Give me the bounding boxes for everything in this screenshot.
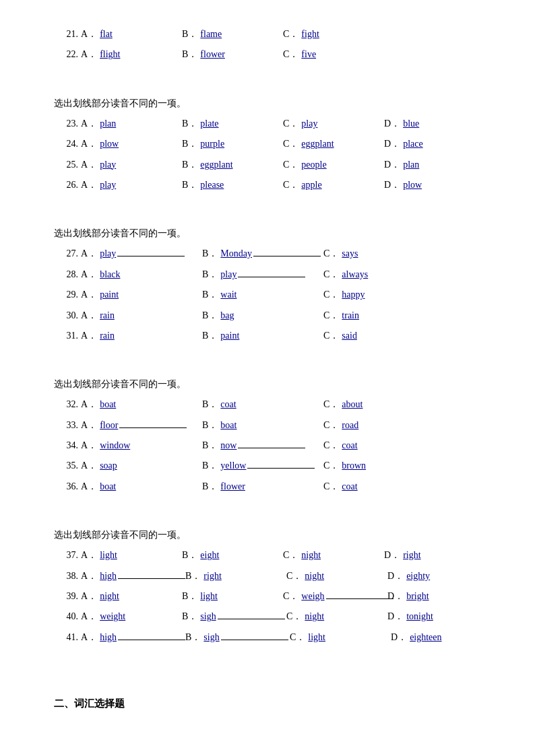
option-b: B．light <box>182 589 283 604</box>
option-a: A．light <box>81 548 182 563</box>
option-c: C．five <box>283 47 384 62</box>
option-a: A．play <box>81 158 182 172</box>
q-num: 30. <box>54 308 78 323</box>
option-b: B．bag <box>202 308 323 323</box>
option-c: C．fight <box>283 27 384 42</box>
option-d: D．bright <box>387 589 489 604</box>
question-row-35: 35. A．soap B．yellow C．brown <box>54 458 481 473</box>
option-d: D．tonight <box>387 609 489 624</box>
option-c: C．happy <box>323 287 424 302</box>
question-row-41: 41. A．high B．sigh C．light D．eighteen <box>54 630 481 645</box>
question-row-31: 31. A．rain B．paint C．said <box>54 329 481 343</box>
option-c: C．coat <box>323 479 424 494</box>
option-b: B．sigh <box>185 630 290 645</box>
option-c: C．road <box>323 418 424 433</box>
option-a: A．weight <box>81 609 182 624</box>
option-a: A．play <box>81 178 182 193</box>
option-d: D．blue <box>384 116 485 131</box>
q-num: 36. <box>54 479 78 494</box>
q-num: 27. <box>54 246 78 261</box>
option-c: C．said <box>323 329 424 343</box>
section-3: 选出划线部分读音不同的一项。 32. A．boat B．coat C．about… <box>54 378 481 494</box>
section-title-3: 选出划线部分读音不同的一项。 <box>54 378 481 390</box>
question-row-39: 39. A．night B．light C．weigh D．bright <box>54 589 481 604</box>
option-a: A．window <box>81 438 202 453</box>
section-2: 选出划线部分读音不同的一项。 27. A．play B．Monday C．say… <box>54 228 481 343</box>
option-a: A．plan <box>81 116 182 131</box>
question-row-27: 27. A．play B．Monday C．says <box>54 246 481 261</box>
option-b: B．yellow <box>202 458 323 473</box>
option-a: A．rain <box>81 308 202 323</box>
option-a: A．paint <box>81 287 202 302</box>
q-num: 24. <box>54 137 78 151</box>
option-b: B．boat <box>202 418 323 433</box>
option-d: D．eighty <box>387 569 489 584</box>
option-d: D．right <box>384 548 485 563</box>
question-row-25: 25. A．play B．eggplant C．people D．plan <box>54 158 481 172</box>
option-a: A．black <box>81 267 202 282</box>
option-a: A．rain <box>81 329 202 343</box>
option-c: C．play <box>283 116 384 131</box>
option-b: B．flame <box>182 27 283 42</box>
question-row-28: 28. A．black B．play C．always <box>54 267 481 282</box>
section-1: 选出划线部分读音不同的一项。 23. A．plan B．plate C．play… <box>54 98 481 193</box>
question-row-26: 26. A．play B．please C．apple D．plow <box>54 178 481 193</box>
q-num: 33. <box>54 418 78 433</box>
option-c: C．eggplant <box>283 137 384 151</box>
option-b: B．flower <box>182 47 283 62</box>
option-b: B．plate <box>182 116 283 131</box>
q-num: 23. <box>54 116 78 131</box>
section-title-4: 选出划线部分读音不同的一项。 <box>54 529 481 541</box>
q-num: 32. <box>54 397 78 412</box>
q-num: 34. <box>54 438 78 453</box>
option-d: D．plan <box>384 158 485 172</box>
q-num: 29. <box>54 287 78 302</box>
q-num: 22. <box>54 47 78 62</box>
option-a: A．boat <box>81 397 202 412</box>
option-c: C．brown <box>323 458 424 473</box>
option-b: B．flower <box>202 479 323 494</box>
option-b: B．eggplant <box>182 158 283 172</box>
option-a: A．floor <box>81 418 202 433</box>
option-a: A．plow <box>81 137 182 151</box>
option-b: B．paint <box>202 329 323 343</box>
question-row-22: 22. A．flight B．flower C．five <box>54 47 481 62</box>
section-0: 21. A．flat B．flame C．fight 22. A．flight … <box>54 27 481 63</box>
option-d: D．plow <box>384 178 485 193</box>
option-b: B．purple <box>182 137 283 151</box>
option-a: A．boat <box>81 479 202 494</box>
option-b: B．please <box>182 178 283 193</box>
option-a: A．soap <box>81 458 202 473</box>
q-num: 41. <box>54 630 78 645</box>
option-c: C．always <box>323 267 424 282</box>
option-c: C．apple <box>283 178 384 193</box>
q-num: 37. <box>54 548 78 563</box>
option-a: A．play <box>81 246 202 261</box>
section-title-2: 选出划线部分读音不同的一项。 <box>54 228 481 240</box>
question-row-21: 21. A．flat B．flame C．fight <box>54 27 481 42</box>
option-b: B．play <box>202 267 323 282</box>
option-c: C．people <box>283 158 384 172</box>
question-row-34: 34. A．window B．now C．coat <box>54 438 481 453</box>
q-num: 28. <box>54 267 78 282</box>
question-row-40: 40. A．weight B．sigh C．night D．tonight <box>54 609 481 624</box>
option-b: B．sigh <box>182 609 286 624</box>
option-c: C．weigh <box>283 589 387 604</box>
part-two-title: 二、词汇选择题 <box>54 697 481 710</box>
q-num: 39. <box>54 589 78 604</box>
option-a: A．flat <box>81 27 182 42</box>
option-c: C．coat <box>323 438 424 453</box>
option-a: A．high <box>81 569 185 584</box>
q-num: 25. <box>54 158 78 172</box>
question-row-24: 24. A．plow B．purple C．eggplant D．place <box>54 137 481 151</box>
question-row-23: 23. A．plan B．plate C．play D．blue <box>54 116 481 131</box>
option-c: C．about <box>323 397 424 412</box>
option-b: B．eight <box>182 548 283 563</box>
section-4: 选出划线部分读音不同的一项。 37. A．light B．eight C．nig… <box>54 529 481 645</box>
option-b: B．right <box>185 569 286 584</box>
option-d: D．place <box>384 137 485 151</box>
option-d: D．eighteen <box>391 630 492 645</box>
question-row-29: 29. A．paint B．wait C．happy <box>54 287 481 302</box>
q-num: 31. <box>54 329 78 343</box>
option-b: B．now <box>202 438 323 453</box>
